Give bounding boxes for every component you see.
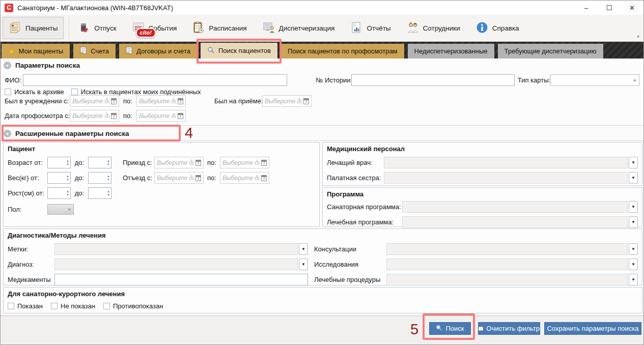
treatment-program-combo-button[interactable]: ▼ [629,216,638,228]
tab-contracts[interactable]: Договоры и счета [119,44,197,59]
minimize-button[interactable]: – [575,1,598,15]
tab-patient-search[interactable]: Поиск пациентов [201,43,277,59]
departure-to-datepicker[interactable]: Выберите дат7 [220,172,269,184]
age-to-label: до: [72,159,87,166]
indicated-checkbox[interactable]: Показан [8,302,43,310]
toolbar-schedules-label: Расписания [209,24,246,32]
age-to-spinner[interactable]: ▲▼ [88,157,111,168]
weight-from-spinner[interactable]: ▲▼ [47,172,71,184]
weight-to-spinner[interactable]: ▲▼ [88,172,111,184]
collapse-icon[interactable]: ▾ [4,62,11,69]
search-button[interactable]: Поиск [429,322,471,335]
tab-requiring-dispatch[interactable]: Требующие диспетчеризацию [498,44,603,59]
diagnosis-combo-button[interactable]: ▼ [299,258,308,270]
spin-down-icon[interactable]: ▼ [107,193,110,196]
spin-up-icon[interactable]: ▲ [66,159,69,162]
spin-up-icon[interactable]: ▲ [107,190,110,193]
nurse-combo[interactable] [384,172,628,184]
checkbox-icon[interactable] [5,89,11,95]
collapse-icon[interactable]: ▾ [4,130,11,137]
toolbar-events-button[interactable]: cito! События [126,17,183,39]
card-type-dropdown[interactable]: ▾ [550,74,639,86]
in-facility-to-datepicker[interactable]: Выберите дат 7 [136,95,186,107]
consultations-combo-button[interactable]: ▼ [629,243,638,255]
doctor-combo[interactable] [384,157,628,168]
toolbar-overflow-icon[interactable]: ▾ [637,34,639,39]
research-combo-button[interactable]: ▼ [629,258,638,270]
doctor-combo-button[interactable]: ▼ [629,157,638,168]
history-number-input[interactable] [351,74,514,86]
profexam-to-datepicker[interactable]: Выберите дат 7 [136,110,186,122]
calendar-icon[interactable]: 7 [178,98,183,104]
calendar-icon[interactable]: 7 [261,160,267,166]
calendar-icon[interactable]: 7 [111,113,117,119]
spin-up-icon[interactable]: ▲ [107,159,110,162]
spin-down-icon[interactable]: ▼ [66,163,69,166]
contraindicated-checkbox[interactable]: Противопоказан [103,302,163,310]
toolbar-reports-button[interactable]: Отчёты [344,17,397,39]
calendar-icon[interactable]: 7 [178,113,183,119]
procedures-label: Лечебные процедуры [314,276,386,283]
tab-invoices[interactable]: Счета [73,44,116,59]
consultations-combo[interactable] [386,243,628,255]
appointment-datepicker[interactable]: Выберите дат 7 [262,95,312,107]
toolbar-dispatch-button[interactable]: Диспетчеризация [256,17,341,39]
toolbar-staff-button[interactable]: Сотрудники [400,17,466,39]
spin-up-icon[interactable]: ▲ [107,175,110,178]
tab-profexam-search[interactable]: Поиск пациентов по профосмотрам [281,44,404,59]
tags-combo-button[interactable]: ▼ [299,243,308,255]
save-search-params-button[interactable]: Сохранить параметры поиска [544,322,641,335]
spin-up-icon[interactable]: ▲ [66,190,69,193]
toolbar-patients-button[interactable]: Пациенты [3,17,64,39]
checkbox-icon[interactable] [103,303,110,309]
tags-combo[interactable] [54,243,298,255]
calendar-icon[interactable]: 7 [195,160,201,166]
in-facility-from-datepicker[interactable]: Выберите дат 7 [70,95,119,107]
sanatorium-program-combo-button[interactable]: ▼ [629,201,638,213]
tab-undispatched[interactable]: Недиспетчеризованные [408,44,494,59]
calendar-icon[interactable]: 7 [195,175,201,181]
procedures-combo-button[interactable]: ▼ [629,274,638,285]
tab-my-patients[interactable]: ★ Мои пациенты [2,44,70,59]
diagnosis-combo[interactable] [54,258,298,270]
age-from-spinner[interactable]: ▲▼ [47,157,71,168]
nurse-combo-button[interactable]: ▼ [629,172,638,184]
calendar-icon[interactable]: 7 [261,175,267,181]
archive-checkbox[interactable]: Искать в архиве [5,88,64,96]
search-params-header[interactable]: ▾ Параметры поиска [4,62,80,69]
arrival-to-datepicker[interactable]: Выберите дат7 [220,157,269,168]
close-button[interactable]: ✕ [621,1,643,15]
toolbar-help-button[interactable]: Справка [469,17,525,39]
treatment-program-combo[interactable] [402,216,628,228]
calendar-icon[interactable]: 7 [303,98,309,104]
not-indicated-checkbox[interactable]: Не показан [51,302,95,310]
checkbox-icon[interactable] [8,303,14,309]
procedures-combo[interactable] [386,274,628,285]
height-from-spinner[interactable]: ▲▼ [47,187,71,199]
research-combo[interactable] [386,258,628,270]
app-logo-icon: C [5,4,13,12]
spin-up-icon[interactable]: ▲ [66,175,69,178]
calendar-icon[interactable]: 7 [111,98,117,104]
toolbar-vacation-button[interactable]: Отпуск [71,17,122,39]
toolbar-schedules-button[interactable]: Расписания [186,17,253,39]
fio-input[interactable] [23,74,288,86]
spin-down-icon[interactable]: ▼ [66,178,69,181]
profexam-from-datepicker[interactable]: Выберите дат 7 [70,110,119,122]
checkbox-icon[interactable] [51,303,58,309]
spin-down-icon[interactable]: ▼ [66,193,69,196]
checkbox-icon[interactable] [71,89,78,95]
spin-down-icon[interactable]: ▼ [107,178,110,181]
spin-down-icon[interactable]: ▼ [107,163,110,166]
subordinates-checkbox[interactable]: Искать в пациентах моих подчинённых [71,88,201,96]
advanced-params-header[interactable]: ▾ Расширенные параметры поиска 4 [1,125,643,141]
departure-from-datepicker[interactable]: Выберите дат7 [154,172,204,184]
medications-input[interactable] [54,274,308,285]
sanatorium-program-combo[interactable] [402,201,628,213]
arrival-from-datepicker[interactable]: Выберите дат7 [154,157,204,168]
height-to-spinner[interactable]: ▲▼ [88,187,111,199]
maximize-button[interactable]: ☐ [598,1,621,15]
gender-dropdown[interactable]: ˅ [47,204,74,215]
clear-filter-button[interactable]: 1 Очистить фильтр [478,322,540,335]
tab-label: Требующие диспетчеризацию [505,47,597,55]
